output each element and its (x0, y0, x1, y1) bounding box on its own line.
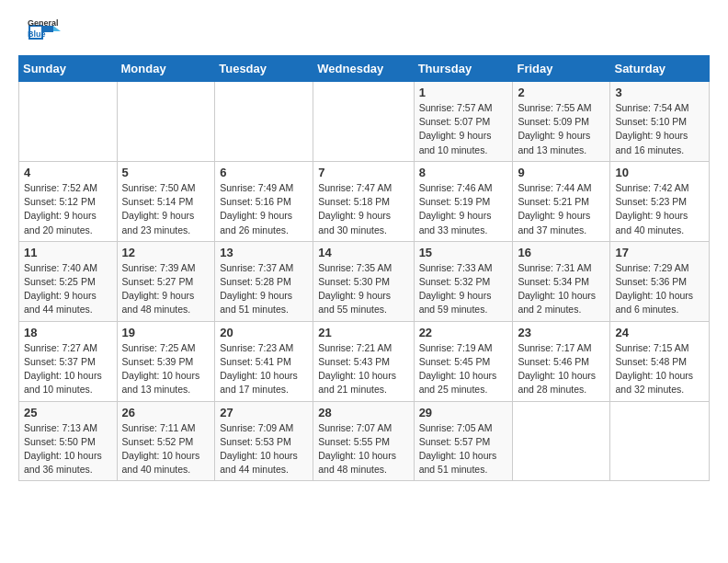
day-info: Sunrise: 7:25 AMSunset: 5:39 PMDaylight:… (122, 341, 210, 397)
calendar-cell: 12Sunrise: 7:39 AMSunset: 5:27 PMDayligh… (117, 241, 215, 321)
calendar-week-row: 25Sunrise: 7:13 AMSunset: 5:50 PMDayligh… (19, 401, 710, 481)
calendar-cell: 22Sunrise: 7:19 AMSunset: 5:45 PMDayligh… (414, 321, 513, 401)
day-info: Sunrise: 7:49 AMSunset: 5:16 PMDaylight:… (220, 181, 308, 237)
day-info: Sunrise: 7:52 AMSunset: 5:12 PMDaylight:… (24, 181, 112, 237)
logo-svg: General Blue (28, 18, 61, 46)
day-number: 3 (615, 86, 704, 99)
day-info: Sunrise: 7:54 AMSunset: 5:10 PMDaylight:… (615, 101, 704, 157)
calendar-cell: 11Sunrise: 7:40 AMSunset: 5:25 PMDayligh… (19, 241, 118, 321)
calendar-cell: 1Sunrise: 7:57 AMSunset: 5:07 PMDaylight… (414, 82, 513, 162)
calendar-cell: 16Sunrise: 7:31 AMSunset: 5:34 PMDayligh… (513, 241, 610, 321)
day-number: 19 (122, 326, 210, 339)
day-info: Sunrise: 7:23 AMSunset: 5:41 PMDaylight:… (220, 341, 308, 397)
day-number: 4 (24, 166, 112, 179)
day-number: 25 (24, 406, 112, 419)
day-info: Sunrise: 7:44 AMSunset: 5:21 PMDaylight:… (518, 181, 605, 237)
weekday-header-friday: Friday (513, 56, 610, 82)
day-number: 16 (518, 246, 605, 259)
day-number: 1 (419, 86, 508, 99)
calendar-cell: 25Sunrise: 7:13 AMSunset: 5:50 PMDayligh… (19, 401, 118, 481)
calendar-cell: 2Sunrise: 7:55 AMSunset: 5:09 PMDaylight… (513, 82, 610, 162)
calendar-cell: 28Sunrise: 7:07 AMSunset: 5:55 PMDayligh… (313, 401, 414, 481)
calendar-cell: 20Sunrise: 7:23 AMSunset: 5:41 PMDayligh… (215, 321, 313, 401)
day-info: Sunrise: 7:15 AMSunset: 5:48 PMDaylight:… (615, 341, 704, 397)
calendar-cell: 23Sunrise: 7:17 AMSunset: 5:46 PMDayligh… (513, 321, 610, 401)
day-number: 22 (419, 326, 508, 339)
day-number: 10 (615, 166, 704, 179)
calendar-container: SundayMondayTuesdayWednesdayThursdayFrid… (0, 55, 728, 500)
calendar-cell (610, 401, 710, 481)
day-info: Sunrise: 7:57 AMSunset: 5:07 PMDaylight:… (419, 101, 508, 157)
day-number: 23 (518, 326, 605, 339)
day-info: Sunrise: 7:13 AMSunset: 5:50 PMDaylight:… (24, 421, 112, 477)
calendar-cell: 19Sunrise: 7:25 AMSunset: 5:39 PMDayligh… (117, 321, 215, 401)
day-info: Sunrise: 7:33 AMSunset: 5:32 PMDaylight:… (419, 261, 508, 317)
day-number: 13 (220, 246, 308, 259)
day-number: 28 (318, 406, 408, 419)
day-info: Sunrise: 7:37 AMSunset: 5:28 PMDaylight:… (220, 261, 308, 317)
day-number: 18 (24, 326, 112, 339)
day-info: Sunrise: 7:05 AMSunset: 5:57 PMDaylight:… (419, 421, 508, 477)
day-number: 6 (220, 166, 308, 179)
day-number: 20 (220, 326, 308, 339)
calendar-cell: 24Sunrise: 7:15 AMSunset: 5:48 PMDayligh… (610, 321, 710, 401)
calendar-cell (313, 82, 414, 162)
calendar-cell: 8Sunrise: 7:46 AMSunset: 5:19 PMDaylight… (414, 161, 513, 241)
calendar-cell: 29Sunrise: 7:05 AMSunset: 5:57 PMDayligh… (414, 401, 513, 481)
logo: General Blue (28, 18, 61, 46)
weekday-header-sunday: Sunday (19, 56, 118, 82)
day-number: 21 (318, 326, 408, 339)
day-info: Sunrise: 7:07 AMSunset: 5:55 PMDaylight:… (318, 421, 408, 477)
day-number: 9 (518, 166, 605, 179)
day-info: Sunrise: 7:47 AMSunset: 5:18 PMDaylight:… (318, 181, 408, 237)
day-info: Sunrise: 7:40 AMSunset: 5:25 PMDaylight:… (24, 261, 112, 317)
calendar-week-row: 18Sunrise: 7:27 AMSunset: 5:37 PMDayligh… (19, 321, 710, 401)
day-number: 17 (615, 246, 704, 259)
day-info: Sunrise: 7:50 AMSunset: 5:14 PMDaylight:… (122, 181, 210, 237)
day-number: 27 (220, 406, 308, 419)
calendar-week-row: 11Sunrise: 7:40 AMSunset: 5:25 PMDayligh… (19, 241, 710, 321)
day-info: Sunrise: 7:46 AMSunset: 5:19 PMDaylight:… (419, 181, 508, 237)
day-info: Sunrise: 7:11 AMSunset: 5:52 PMDaylight:… (122, 421, 210, 477)
weekday-header-thursday: Thursday (414, 56, 513, 82)
calendar-cell: 7Sunrise: 7:47 AMSunset: 5:18 PMDaylight… (313, 161, 414, 241)
calendar-cell: 13Sunrise: 7:37 AMSunset: 5:28 PMDayligh… (215, 241, 313, 321)
calendar-cell: 3Sunrise: 7:54 AMSunset: 5:10 PMDaylight… (610, 82, 710, 162)
day-info: Sunrise: 7:42 AMSunset: 5:23 PMDaylight:… (615, 181, 704, 237)
weekday-header-monday: Monday (117, 56, 215, 82)
weekday-header-row: SundayMondayTuesdayWednesdayThursdayFrid… (19, 56, 710, 82)
day-number: 24 (615, 326, 704, 339)
calendar-cell: 27Sunrise: 7:09 AMSunset: 5:53 PMDayligh… (215, 401, 313, 481)
day-info: Sunrise: 7:39 AMSunset: 5:27 PMDaylight:… (122, 261, 210, 317)
calendar-cell: 18Sunrise: 7:27 AMSunset: 5:37 PMDayligh… (19, 321, 118, 401)
day-info: Sunrise: 7:21 AMSunset: 5:43 PMDaylight:… (318, 341, 408, 397)
day-info: Sunrise: 7:17 AMSunset: 5:46 PMDaylight:… (518, 341, 605, 397)
weekday-header-wednesday: Wednesday (313, 56, 414, 82)
calendar-cell: 14Sunrise: 7:35 AMSunset: 5:30 PMDayligh… (313, 241, 414, 321)
calendar-cell: 15Sunrise: 7:33 AMSunset: 5:32 PMDayligh… (414, 241, 513, 321)
day-number: 29 (419, 406, 508, 419)
day-info: Sunrise: 7:27 AMSunset: 5:37 PMDaylight:… (24, 341, 112, 397)
calendar-cell: 9Sunrise: 7:44 AMSunset: 5:21 PMDaylight… (513, 161, 610, 241)
calendar-cell: 17Sunrise: 7:29 AMSunset: 5:36 PMDayligh… (610, 241, 710, 321)
calendar-cell: 10Sunrise: 7:42 AMSunset: 5:23 PMDayligh… (610, 161, 710, 241)
calendar-cell (215, 82, 313, 162)
calendar-cell (19, 82, 118, 162)
page-header: General Blue (0, 0, 728, 55)
day-number: 26 (122, 406, 210, 419)
day-info: Sunrise: 7:09 AMSunset: 5:53 PMDaylight:… (220, 421, 308, 477)
day-info: Sunrise: 7:19 AMSunset: 5:45 PMDaylight:… (419, 341, 508, 397)
day-number: 11 (24, 246, 112, 259)
weekday-header-saturday: Saturday (610, 56, 710, 82)
day-info: Sunrise: 7:35 AMSunset: 5:30 PMDaylight:… (318, 261, 408, 317)
calendar-table: SundayMondayTuesdayWednesdayThursdayFrid… (18, 55, 710, 481)
day-number: 8 (419, 166, 508, 179)
calendar-cell: 6Sunrise: 7:49 AMSunset: 5:16 PMDaylight… (215, 161, 313, 241)
day-info: Sunrise: 7:29 AMSunset: 5:36 PMDaylight:… (615, 261, 704, 317)
calendar-cell: 5Sunrise: 7:50 AMSunset: 5:14 PMDaylight… (117, 161, 215, 241)
calendar-cell (117, 82, 215, 162)
svg-text:General: General (28, 18, 59, 28)
day-number: 12 (122, 246, 210, 259)
weekday-header-tuesday: Tuesday (215, 56, 313, 82)
calendar-cell (513, 401, 610, 481)
